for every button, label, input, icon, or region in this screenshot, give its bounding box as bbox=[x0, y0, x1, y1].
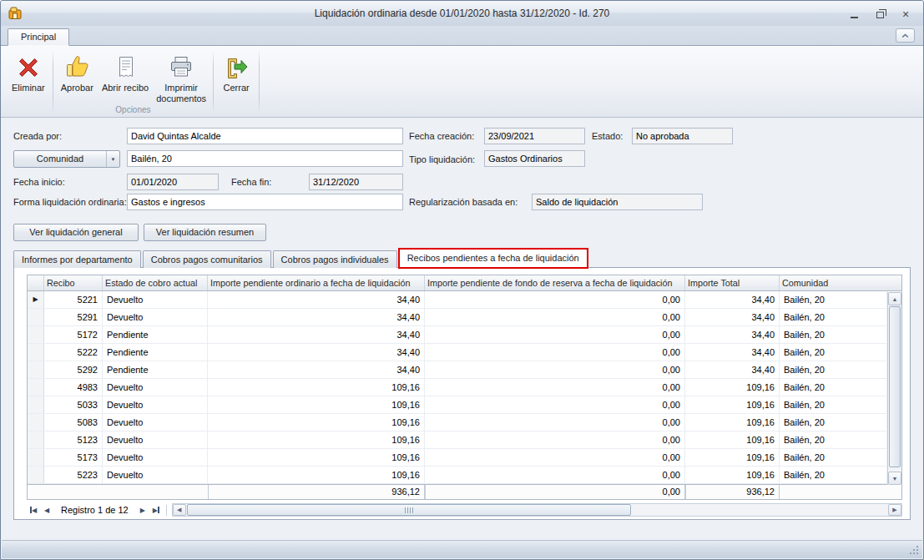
tipo-liquidacion-field[interactable] bbox=[484, 150, 585, 167]
comunidad-field[interactable] bbox=[127, 150, 403, 167]
cell-recibo[interactable]: 5291 bbox=[44, 309, 103, 325]
column-header-importe-total[interactable]: Importe Total bbox=[685, 275, 780, 290]
cell-imp-ordinario[interactable]: 109,16 bbox=[208, 449, 425, 466]
cell-imp-ordinario[interactable]: 34,40 bbox=[208, 309, 425, 325]
cell-comunidad[interactable]: Bailén, 20 bbox=[780, 396, 887, 413]
cell-imp-ordinario[interactable]: 34,40 bbox=[208, 291, 425, 308]
cell-estado[interactable]: Devuelto bbox=[103, 467, 208, 483]
cell-estado[interactable]: Devuelto bbox=[103, 379, 208, 396]
cell-imp-fondo[interactable]: 0,00 bbox=[425, 467, 685, 483]
column-header-importe-fondo[interactable]: Importe pendiente de fondo de reserva a … bbox=[425, 275, 685, 290]
ver-liquidacion-resumen-button[interactable]: Ver liquidación resumen bbox=[144, 224, 266, 241]
titlebar[interactable]: Liquidación ordinaria desde 01/01/2020 h… bbox=[1, 1, 923, 26]
table-row[interactable]: 5291Devuelto34,400,0034,40Bailén, 20 bbox=[28, 309, 887, 326]
cell-imp-fondo[interactable]: 0,00 bbox=[425, 309, 685, 325]
table-row[interactable]: 5173Devuelto109,160,00109,16Bailén, 20 bbox=[28, 449, 887, 467]
tab-recibos-pendientes[interactable]: Recibos pendientes a fecha de liquidació… bbox=[399, 249, 588, 268]
table-row[interactable]: 5222Pendiente34,400,0034,40Bailén, 20 bbox=[28, 344, 887, 361]
ver-liquidacion-general-button[interactable]: Ver liquidación general bbox=[13, 224, 139, 241]
table-row[interactable]: 5123Devuelto109,160,00109,16Bailén, 20 bbox=[28, 431, 887, 449]
cell-comunidad[interactable]: Bailén, 20 bbox=[780, 414, 887, 431]
imprimir-documentos-button[interactable]: Imprimir documentos bbox=[153, 49, 210, 106]
cell-imp-fondo[interactable]: 0,00 bbox=[425, 396, 685, 413]
cell-imp-total[interactable]: 34,40 bbox=[685, 326, 780, 343]
cell-comunidad[interactable]: Bailén, 20 bbox=[780, 361, 887, 378]
cell-imp-total[interactable]: 109,16 bbox=[685, 431, 780, 448]
prev-record-button[interactable]: ◀ bbox=[40, 504, 53, 517]
cell-estado[interactable]: Devuelto bbox=[103, 396, 208, 413]
table-row[interactable]: 4983Devuelto109,160,00109,16Bailén, 20 bbox=[28, 379, 887, 396]
horizontal-scrollbar[interactable]: ◀ ▶ bbox=[172, 503, 902, 517]
next-record-button[interactable]: ▶ bbox=[136, 504, 149, 517]
cell-estado[interactable]: Devuelto bbox=[103, 309, 208, 325]
cell-imp-total[interactable]: 34,40 bbox=[685, 344, 780, 361]
cell-estado[interactable]: Devuelto bbox=[103, 449, 208, 466]
scroll-left-icon[interactable]: ◀ bbox=[173, 504, 186, 516]
cell-recibo[interactable]: 5172 bbox=[44, 326, 103, 343]
cell-imp-total[interactable]: 34,40 bbox=[685, 309, 780, 325]
column-header-importe-ordinario[interactable]: Importe pendiente ordinario a fecha de l… bbox=[208, 275, 425, 290]
cell-comunidad[interactable]: Bailén, 20 bbox=[780, 309, 887, 325]
cell-comunidad[interactable]: Bailén, 20 bbox=[780, 344, 887, 361]
fecha-inicio-field[interactable] bbox=[127, 174, 219, 190]
cell-imp-ordinario[interactable]: 34,40 bbox=[208, 344, 425, 361]
cell-recibo[interactable]: 4983 bbox=[44, 379, 103, 396]
cell-recibo[interactable]: 5123 bbox=[44, 431, 103, 448]
column-header-estado[interactable]: Estado de cobro actual bbox=[103, 275, 208, 290]
vertical-scrollbar[interactable]: ▲ ▼ bbox=[887, 292, 901, 485]
regularizacion-field[interactable] bbox=[532, 194, 703, 210]
creada-por-field[interactable] bbox=[127, 128, 403, 144]
collapse-ribbon-button[interactable] bbox=[896, 28, 915, 43]
cell-estado[interactable]: Pendiente bbox=[103, 361, 208, 378]
cell-imp-fondo[interactable]: 0,00 bbox=[425, 431, 685, 448]
cell-imp-total[interactable]: 34,40 bbox=[685, 361, 780, 378]
last-record-button[interactable]: ▶ bbox=[149, 504, 163, 517]
column-header-comunidad[interactable]: Comunidad bbox=[780, 275, 901, 290]
cell-imp-fondo[interactable]: 0,00 bbox=[425, 291, 685, 308]
table-row[interactable]: 5172Pendiente34,400,0034,40Bailén, 20 bbox=[28, 326, 887, 344]
vertical-scrollbar-thumb[interactable] bbox=[889, 306, 901, 467]
table-row[interactable]: 5223Devuelto109,160,00109,16Bailén, 20 bbox=[28, 467, 887, 484]
estado-field[interactable] bbox=[632, 128, 733, 144]
cell-imp-total[interactable]: 109,16 bbox=[685, 396, 780, 413]
table-row[interactable]: 5292Pendiente34,400,0034,40Bailén, 20 bbox=[28, 361, 887, 379]
forma-liquidacion-field[interactable] bbox=[127, 194, 403, 210]
resize-grip[interactable] bbox=[908, 544, 919, 555]
cell-estado[interactable]: Pendiente bbox=[103, 344, 208, 361]
tab-principal[interactable]: Principal bbox=[8, 28, 69, 46]
scroll-up-icon[interactable]: ▲ bbox=[888, 292, 901, 305]
cell-imp-fondo[interactable]: 0,00 bbox=[425, 326, 685, 343]
cell-imp-ordinario[interactable]: 109,16 bbox=[208, 414, 425, 431]
close-button[interactable]: × bbox=[896, 7, 915, 21]
cell-imp-total[interactable]: 109,16 bbox=[685, 414, 780, 431]
table-row[interactable]: 5033Devuelto109,160,00109,16Bailén, 20 bbox=[28, 396, 887, 414]
tab-cobros-pagos-individuales[interactable]: Cobros pagos individuales bbox=[273, 250, 397, 268]
cell-comunidad[interactable]: Bailén, 20 bbox=[780, 431, 887, 448]
cell-recibo[interactable]: 5223 bbox=[44, 467, 103, 483]
restore-button[interactable] bbox=[871, 7, 889, 21]
scroll-down-icon[interactable]: ▼ bbox=[888, 472, 901, 485]
cell-imp-total[interactable]: 109,16 bbox=[685, 379, 780, 396]
cell-estado[interactable]: Pendiente bbox=[103, 326, 208, 343]
comunidad-dropdown-button[interactable]: Comunidad ▼ bbox=[13, 150, 120, 168]
cell-comunidad[interactable]: Bailén, 20 bbox=[780, 379, 887, 396]
cell-recibo[interactable]: 5221 bbox=[44, 291, 103, 308]
chevron-down-icon[interactable]: ▼ bbox=[106, 151, 119, 167]
cell-comunidad[interactable]: Bailén, 20 bbox=[780, 291, 887, 308]
cell-imp-fondo[interactable]: 0,00 bbox=[425, 449, 685, 466]
column-header-recibo[interactable]: Recibo bbox=[44, 275, 103, 290]
cell-imp-total[interactable]: 109,16 bbox=[685, 467, 780, 483]
horizontal-scrollbar-thumb[interactable] bbox=[187, 504, 632, 516]
tab-informes-por-departamento[interactable]: Informes por departamento bbox=[13, 250, 141, 268]
cell-imp-ordinario[interactable]: 34,40 bbox=[208, 326, 425, 343]
cell-imp-fondo[interactable]: 0,00 bbox=[425, 361, 685, 378]
cell-imp-fondo[interactable]: 0,00 bbox=[425, 414, 685, 431]
cell-imp-ordinario[interactable]: 109,16 bbox=[208, 431, 425, 448]
cell-recibo[interactable]: 5292 bbox=[44, 361, 103, 378]
cell-imp-ordinario[interactable]: 109,16 bbox=[208, 379, 425, 396]
cerrar-button[interactable]: Cerrar bbox=[217, 49, 255, 96]
aprobar-button[interactable]: Aprobar bbox=[57, 49, 98, 96]
table-row[interactable]: 5083Devuelto109,160,00109,16Bailén, 20 bbox=[28, 414, 887, 431]
cell-imp-ordinario[interactable]: 109,16 bbox=[208, 396, 425, 413]
cell-imp-ordinario[interactable]: 109,16 bbox=[208, 467, 425, 483]
